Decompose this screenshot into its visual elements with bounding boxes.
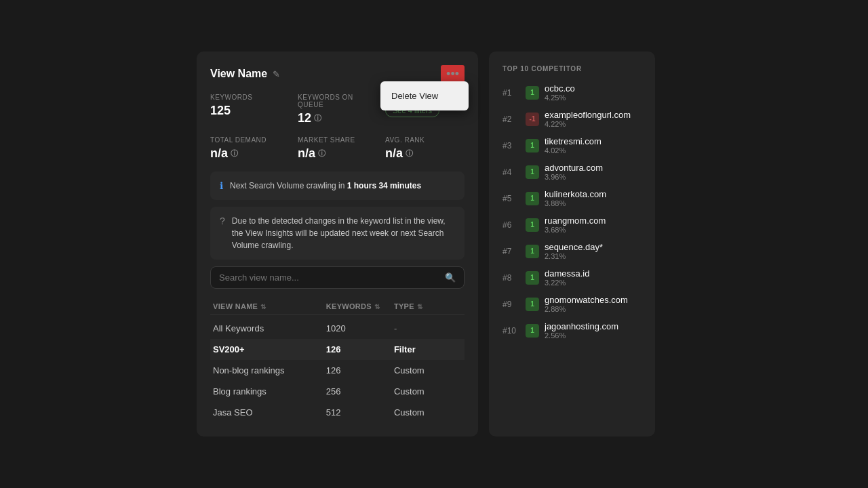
trend-badge: 1 <box>526 271 539 285</box>
competitor-pct: 2.88% <box>545 305 642 313</box>
competitor-row[interactable]: #1 1 ocbc.co 4.25% <box>502 83 642 102</box>
table-row[interactable]: Jasa SEO 512 Custom <box>210 402 465 423</box>
td-keywords: 126 <box>326 344 394 354</box>
competitor-info: exampleoflongurl.com 4.22% <box>545 110 642 128</box>
avg-rank-label: AVG. RANK <box>385 136 465 144</box>
competitor-row[interactable]: #2 -1 exampleoflongurl.com 4.22% <box>502 110 642 128</box>
competitor-name: gnomonwatches.com <box>545 295 642 305</box>
competitor-row[interactable]: #10 1 jagoanhosting.com 2.56% <box>502 321 642 340</box>
keywords-on-queue-label: KEYWORDS ON QUEUE <box>298 94 377 108</box>
competitor-name: damessa.id <box>545 268 642 279</box>
trend-badge: 1 <box>526 324 539 338</box>
table-body: All Keywords 1020 - SV200+ 126 Filter No… <box>210 318 465 423</box>
competitor-row[interactable]: #7 1 sequence.day* 2.31% <box>502 242 642 260</box>
table-header: VIEW NAME ⇅ KEYWORDS ⇅ TYPE ⇅ <box>210 298 465 315</box>
delete-view-item[interactable]: Delete View <box>380 84 469 108</box>
competitor-pct: 3.88% <box>545 199 642 207</box>
td-name: Non-blog rankings <box>213 365 326 375</box>
competitor-name: sequence.day* <box>545 242 642 252</box>
search-bar[interactable]: 🔍 <box>210 266 465 289</box>
td-name: SV200+ <box>213 344 326 354</box>
table-row[interactable]: Blog rankings 256 Custom <box>210 381 465 402</box>
td-name: Blog rankings <box>213 386 326 396</box>
keywords-on-queue-value: 12 ⓘ <box>298 111 377 125</box>
crawling-notice: ℹ Next Search Volume crawling in 1 hours… <box>210 171 465 200</box>
competitor-pct: 4.25% <box>545 94 642 102</box>
trend-badge: 1 <box>526 218 539 232</box>
td-type: Custom <box>394 365 462 375</box>
avg-rank-stat: AVG. RANK n/a ⓘ <box>385 136 465 161</box>
right-panel: TOP 10 COMPETITOR #1 1 ocbc.co 4.25% #2 … <box>489 52 655 436</box>
td-keywords: 512 <box>326 407 394 418</box>
competitor-name: jagoanhosting.com <box>545 321 642 331</box>
info-circle-icon: ℹ <box>220 180 223 191</box>
td-keywords: 1020 <box>326 323 394 333</box>
total-demand-label: TOTAL DEMAND <box>210 136 290 144</box>
keywords-label: KEYWORDS <box>210 94 290 101</box>
competitors-title: TOP 10 COMPETITOR <box>502 65 642 73</box>
trend-badge: 1 <box>526 245 539 258</box>
competitor-info: gnomonwatches.com 2.88% <box>545 295 642 313</box>
dropdown-menu: Delete View <box>380 81 469 110</box>
sort-view-name-icon: ⇅ <box>260 303 266 310</box>
market-share-label: MARKET SHARE <box>298 136 377 144</box>
col-view-name[interactable]: VIEW NAME ⇅ <box>213 302 326 310</box>
rank-label: #9 <box>502 300 520 309</box>
competitor-row[interactable]: #3 1 tiketresmi.com 4.02% <box>502 136 642 155</box>
trend-badge: 1 <box>526 165 539 179</box>
competitor-info: ruangmom.com 3.68% <box>545 216 642 234</box>
competitor-pct: 3.68% <box>545 226 642 234</box>
col-type[interactable]: TYPE ⇅ <box>394 302 462 310</box>
td-type: Filter <box>394 344 462 354</box>
more-options-button[interactable]: ••• <box>441 65 465 83</box>
trend-badge: 1 <box>526 139 539 152</box>
competitor-pct: 2.56% <box>545 331 642 340</box>
competitor-info: advontura.com 3.96% <box>545 163 642 181</box>
queue-info-icon[interactable]: ⓘ <box>314 113 321 123</box>
competitor-info: tiketresmi.com 4.02% <box>545 136 642 155</box>
competitor-info: jagoanhosting.com 2.56% <box>545 321 642 340</box>
avg-rank-value: n/a ⓘ <box>385 146 465 161</box>
search-input[interactable] <box>219 272 439 283</box>
rank-label: #5 <box>502 194 520 203</box>
competitor-row[interactable]: #8 1 damessa.id 3.22% <box>502 268 642 287</box>
competitor-pct: 2.31% <box>545 252 642 260</box>
trend-badge: -1 <box>526 113 539 126</box>
competitor-name: tiketresmi.com <box>545 136 642 146</box>
edit-icon[interactable]: ✎ <box>273 69 280 79</box>
rank-label: #3 <box>502 141 520 150</box>
competitor-row[interactable]: #9 1 gnomonwatches.com 2.88% <box>502 295 642 313</box>
td-name: Jasa SEO <box>213 407 326 418</box>
panel-header: View Name ✎ ••• <box>210 65 465 83</box>
keywords-stat: KEYWORDS 125 <box>210 94 290 125</box>
market-share-stat: MARKET SHARE n/a ⓘ <box>298 136 377 161</box>
rank-info-icon[interactable]: ⓘ <box>406 148 413 159</box>
market-info-icon[interactable]: ⓘ <box>318 148 326 159</box>
rank-label: #8 <box>502 273 520 283</box>
panel-title-area: View Name ✎ <box>210 68 280 80</box>
td-keywords: 256 <box>326 386 394 396</box>
panel-title: View Name <box>210 68 267 80</box>
stats-grid-2: TOTAL DEMAND n/a ⓘ MARKET SHARE n/a ⓘ AV… <box>210 136 465 161</box>
competitor-row[interactable]: #5 1 kulinerkota.com 3.88% <box>502 189 642 207</box>
table-row[interactable]: Non-blog rankings 126 Custom <box>210 360 465 381</box>
competitor-pct: 4.22% <box>545 120 642 128</box>
insights-notice-text: Due to the detected changes in the keywo… <box>232 215 455 251</box>
rank-label: #2 <box>502 115 520 124</box>
col-keywords[interactable]: KEYWORDS ⇅ <box>326 302 394 310</box>
total-demand-value: n/a ⓘ <box>210 146 290 161</box>
competitor-row[interactable]: #4 1 advontura.com 3.96% <box>502 163 642 181</box>
left-panel: View Name ✎ ••• KEYWORDS 125 KEYWORDS ON… <box>197 52 478 436</box>
demand-info-icon[interactable]: ⓘ <box>231 148 238 159</box>
competitor-info: kulinerkota.com 3.88% <box>545 189 642 207</box>
competitor-row[interactable]: #6 1 ruangmom.com 3.68% <box>502 216 642 234</box>
competitor-name: exampleoflongurl.com <box>545 110 642 120</box>
table-row[interactable]: All Keywords 1020 - <box>210 318 465 339</box>
competitors-list: #1 1 ocbc.co 4.25% #2 -1 exampleoflongur… <box>502 83 642 340</box>
rank-label: #10 <box>502 326 520 336</box>
table-row[interactable]: SV200+ 126 Filter <box>210 339 465 360</box>
question-circle-icon: ? <box>220 216 225 226</box>
td-type: Custom <box>394 386 462 396</box>
rank-label: #4 <box>502 167 520 177</box>
trend-badge: 1 <box>526 86 539 100</box>
